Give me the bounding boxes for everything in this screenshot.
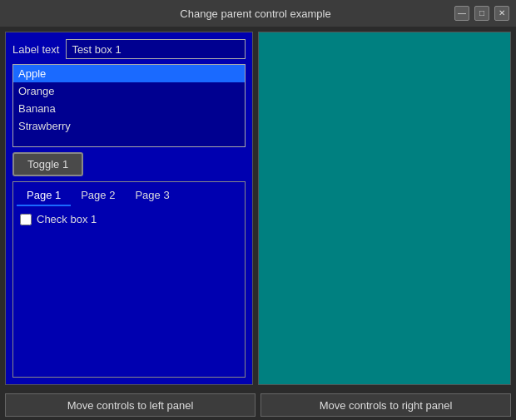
list-item[interactable]: Apple: [13, 65, 245, 82]
tab-page3[interactable]: Page 3: [125, 185, 179, 206]
main-content: Label text Apple Orange Banana Strawberr…: [0, 27, 516, 390]
list-item[interactable]: Banana: [13, 100, 245, 117]
minimize-button[interactable]: —: [454, 6, 469, 21]
list-item[interactable]: Strawberry: [13, 117, 245, 135]
tab-container: Page 1 Page 2 Page 3 Check box 1: [12, 181, 246, 378]
checkbox-row: Check box 1: [20, 213, 238, 225]
checkbox-label: Check box 1: [37, 213, 97, 225]
tab-page2[interactable]: Page 2: [71, 185, 125, 206]
checkbox-1[interactable]: [20, 214, 32, 225]
window-title: Change parent control example: [57, 7, 454, 20]
label-text-label: Label text: [12, 43, 59, 56]
toggle-button[interactable]: Toggle 1: [12, 152, 83, 176]
tab-content-page1: Check box 1: [13, 206, 245, 377]
text-input[interactable]: [66, 39, 246, 59]
list-box[interactable]: Apple Orange Banana Strawberry: [12, 64, 246, 147]
close-button[interactable]: ✕: [494, 6, 509, 21]
right-panel: [258, 32, 511, 385]
tab-page1[interactable]: Page 1: [17, 185, 71, 206]
move-left-button[interactable]: Move controls to left panel: [5, 393, 256, 417]
title-bar: Change parent control example — □ ✕: [0, 0, 516, 27]
bottom-bar: Move controls to left panel Move control…: [0, 390, 516, 420]
label-input-row: Label text: [12, 39, 246, 59]
move-right-button[interactable]: Move controls to right panel: [260, 393, 511, 417]
maximize-button[interactable]: □: [474, 6, 489, 21]
list-item[interactable]: Orange: [13, 82, 245, 100]
left-panel: Label text Apple Orange Banana Strawberr…: [5, 32, 253, 385]
tab-bar: Page 1 Page 2 Page 3: [13, 182, 245, 206]
title-bar-buttons: — □ ✕: [454, 6, 509, 21]
